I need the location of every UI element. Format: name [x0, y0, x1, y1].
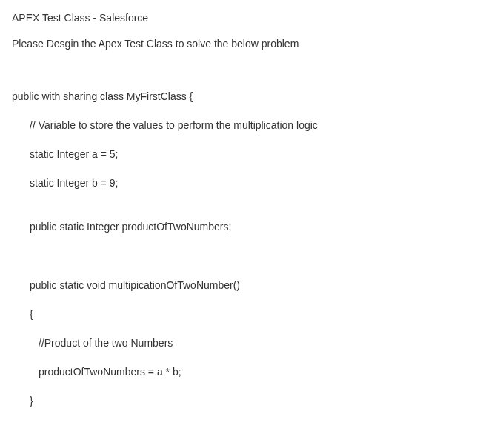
- code-line: public with sharing class MyFirstClass {: [12, 89, 471, 104]
- spacer: [12, 204, 471, 219]
- code-comment: //Product of the two Numbers: [12, 335, 471, 351]
- code-comment: // Variable to store the values to perfo…: [12, 118, 471, 133]
- code-line: }: [12, 393, 471, 409]
- code-line: public static Integer productOfTwoNumber…: [12, 219, 471, 235]
- code-block: public with sharing class MyFirstClass {…: [12, 89, 471, 409]
- code-line: public static void multipicationOfTwoNum…: [12, 278, 471, 293]
- page-subtitle: Please Desgin the Apex Test Class to sol…: [12, 36, 471, 52]
- code-line: productOfTwoNumbers = a * b;: [12, 364, 471, 380]
- code-line: static Integer a = 5;: [12, 147, 471, 162]
- spacer: [12, 248, 471, 278]
- code-line: static Integer b = 9;: [12, 175, 471, 191]
- page-title: APEX Test Class - Salesforce: [12, 10, 471, 26]
- code-line: {: [12, 307, 471, 322]
